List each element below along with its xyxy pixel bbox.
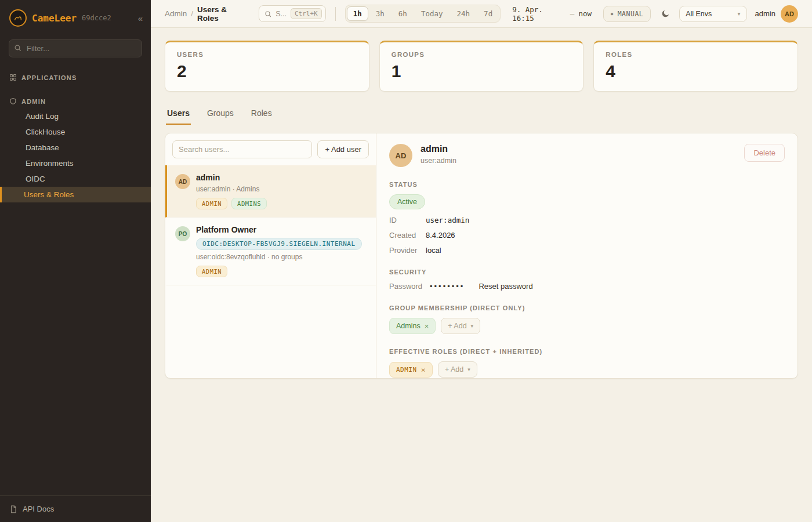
reset-password-link[interactable]: Reset password [478, 282, 532, 291]
search-shortcut-kbd: Ctrl+K [291, 8, 322, 19]
remove-group-icon[interactable]: × [425, 322, 429, 330]
tab-users[interactable]: Users [166, 103, 191, 125]
user-avatar[interactable]: AD [781, 5, 798, 23]
stat-card-groups[interactable]: GROUPS 1 [379, 41, 584, 92]
delete-user-button[interactable]: Delete [744, 144, 785, 162]
stat-roles-value: 4 [606, 61, 786, 81]
app-logo-icon [9, 9, 27, 27]
search-icon [264, 10, 271, 17]
field-id: ID user:admin [389, 216, 785, 224]
stat-groups-value: 1 [392, 61, 572, 81]
section-status-header: STATUS [389, 181, 785, 188]
dark-mode-toggle[interactable] [657, 5, 673, 23]
user-item-badges: ADMIN ADMINS [196, 198, 267, 209]
group-membership-chips: Admins × + Add ▾ [389, 318, 785, 334]
stat-card-users[interactable]: USERS 2 [165, 41, 369, 92]
time-range-1h[interactable]: 1h [347, 6, 368, 21]
environment-select-value: All Envs [686, 10, 712, 18]
api-docs-label: API Docs [23, 505, 54, 513]
time-separator: — [570, 9, 575, 18]
remove-role-icon[interactable]: × [421, 366, 426, 374]
global-search[interactable]: S... Ctrl+K [259, 5, 326, 22]
sidebar-item-environments[interactable]: Environments [0, 155, 151, 171]
section-applications: APPLICATIONS [0, 70, 151, 85]
app-name: CameLeer [32, 13, 77, 24]
section-applications-header[interactable]: APPLICATIONS [0, 70, 151, 85]
current-user: admin AD [755, 5, 798, 23]
stat-groups-label: GROUPS [392, 51, 572, 58]
field-id-value: user:admin [426, 216, 469, 224]
global-search-placeholder: S... [276, 10, 287, 18]
effective-roles-chips: ADMIN × + Add ▾ [389, 361, 785, 378]
chevron-down-icon: ▾ [471, 323, 474, 329]
moon-icon [661, 9, 670, 19]
header-divider [335, 7, 336, 21]
time-range-24h[interactable]: 24h [451, 6, 477, 21]
user-detail-title: admin user:admin [420, 144, 456, 165]
add-role-button[interactable]: + Add ▾ [438, 361, 477, 378]
field-created-value: 8.4.2026 [426, 231, 455, 240]
user-item-meta: user:admin · Admins [196, 185, 267, 193]
add-user-button[interactable]: + Add user [317, 140, 369, 158]
user-list-toolbar: + Add user [165, 133, 376, 165]
time-range-display[interactable]: 9. Apr. 16:15 — now [512, 5, 592, 23]
grid-icon [9, 74, 17, 81]
stat-card-roles[interactable]: ROLES 4 [593, 41, 798, 92]
tab-bar: Users Groups Roles [166, 103, 797, 125]
oidc-provider-badge: OIDC:DESKTOP-FB5VGJ9.SIEGELN.INTERNAL [196, 238, 362, 250]
role-badge-admin: ADMIN [196, 266, 227, 277]
user-item-name: Platform Owner [196, 225, 362, 234]
sidebar-filter [9, 39, 142, 57]
stat-roles-label: ROLES [606, 51, 786, 58]
time-range-today[interactable]: Today [415, 6, 449, 21]
sidebar-item-clickhouse[interactable]: ClickHouse [0, 124, 151, 140]
topbar: Admin / Users & Roles S... Ctrl+K 1h 3h … [151, 0, 812, 28]
sidebar-item-users-roles[interactable]: Users & Roles [0, 187, 151, 202]
add-group-button[interactable]: + Add ▾ [441, 318, 480, 334]
user-list-item-platform-owner[interactable]: PO Platform Owner OIDC:DESKTOP-FB5VGJ9.S… [165, 217, 376, 285]
section-group-membership-header: GROUP MEMBERSHIP (DIRECT ONLY) [389, 304, 785, 311]
user-list-pane: + Add user AD admin user:admin · Admins … [165, 133, 376, 378]
time-range-group: 1h 3h 6h Today 24h 7d [345, 5, 501, 23]
section-security-header: SECURITY [389, 269, 785, 276]
time-range-3h[interactable]: 3h [369, 6, 391, 21]
tab-groups[interactable]: Groups [206, 103, 235, 125]
section-admin: ADMIN Audit Log ClickHouse Database Envi… [0, 94, 151, 202]
logo-row: CameLeer 69dcce2 « [0, 0, 151, 35]
refresh-mode-label: MANUAL [618, 10, 644, 18]
user-item-body: Platform Owner OIDC:DESKTOP-FB5VGJ9.SIEG… [196, 225, 362, 277]
stat-users-label: USERS [177, 51, 357, 58]
user-list-item-admin[interactable]: AD admin user:admin · Admins ADMIN ADMIN… [165, 165, 376, 217]
breadcrumb-separator: / [191, 9, 193, 18]
sidebar-filter-input[interactable] [9, 39, 142, 57]
user-item-body: admin user:admin · Admins ADMIN ADMINS [196, 173, 267, 209]
add-group-label: + Add [448, 322, 466, 330]
sidebar-item-database[interactable]: Database [0, 140, 151, 155]
field-provider-label: Provider [389, 246, 426, 255]
section-applications-label: APPLICATIONS [21, 74, 77, 81]
sidebar-item-oidc[interactable]: OIDC [0, 171, 151, 187]
tab-roles[interactable]: Roles [250, 103, 273, 125]
refresh-mode-button[interactable]: ● MANUAL [603, 6, 651, 22]
avatar: AD [389, 144, 412, 167]
breadcrumb-admin[interactable]: Admin [165, 9, 187, 18]
sidebar: CameLeer 69dcce2 « APPLICATIONS ADMIN Au… [0, 0, 151, 522]
section-admin-header[interactable]: ADMIN [0, 94, 151, 108]
stat-users-value: 2 [177, 61, 357, 81]
user-item-name: admin [196, 173, 267, 182]
time-range-7d[interactable]: 7d [477, 6, 499, 21]
section-admin-label: ADMIN [21, 98, 46, 105]
password-row: Password •••••••• Reset password [389, 282, 785, 291]
time-range-6h[interactable]: 6h [392, 6, 414, 21]
user-detail-subtitle: user:admin [420, 157, 456, 165]
stat-cards: USERS 2 GROUPS 1 ROLES 4 [165, 41, 798, 92]
sidebar-collapse-button[interactable]: « [138, 13, 143, 23]
role-chip-admin: ADMIN × [389, 362, 433, 378]
field-id-label: ID [389, 216, 426, 224]
api-docs-link[interactable]: API Docs [0, 495, 151, 522]
search-users-input[interactable] [172, 140, 312, 158]
environment-select[interactable]: All Envs ▾ [679, 6, 746, 22]
breadcrumb: Admin / Users & Roles [165, 5, 247, 23]
current-user-name: admin [755, 9, 775, 18]
sidebar-item-audit-log[interactable]: Audit Log [0, 108, 151, 124]
